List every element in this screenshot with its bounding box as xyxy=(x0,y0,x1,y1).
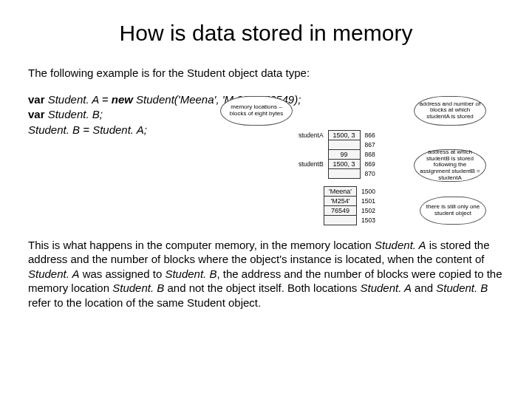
cell-address: 1503 xyxy=(356,215,380,225)
ref-studentb: Student. B xyxy=(112,282,164,294)
intro-text: The following example is for the Student… xyxy=(28,66,504,79)
cell-address: 1502 xyxy=(356,205,380,215)
bubble-one-object: there is still only one student object xyxy=(420,197,486,225)
bubble-memory-blocks: memory locations – blocks of eight bytes xyxy=(220,96,293,126)
cell-value xyxy=(328,140,360,149)
memory-diagram: memory locations – blocks of eight bytes… xyxy=(220,95,486,228)
cell-value: 76549 xyxy=(324,205,357,215)
memory-table-vars: studentA 1500, 3 866 867 99 868 studentB… xyxy=(294,130,380,179)
keyword-new: new xyxy=(112,93,133,106)
ref-studentb: Student. B xyxy=(165,267,216,280)
page-title: How is data stored in memory xyxy=(28,21,504,46)
ref-studenta: Student. A xyxy=(375,239,426,251)
cell-address: 1501 xyxy=(356,196,380,205)
ref-studentb: Student. B xyxy=(436,282,488,294)
cell-value xyxy=(328,168,360,178)
cell-address: 1500 xyxy=(356,186,380,196)
keyword-var: var xyxy=(28,93,45,106)
explanation-text: This is what happens in the computer mem… xyxy=(28,238,504,310)
cell-address: 869 xyxy=(360,159,380,168)
bubble-studenta-address: address and number of blocks at which st… xyxy=(414,96,486,126)
code-text: Student. B; xyxy=(45,108,103,120)
memory-table-object: 'Meena' 1500 'M254' 1501 76549 1502 1503 xyxy=(324,186,381,225)
cell-address: 867 xyxy=(360,140,380,149)
bubble-studentb-address: address at which studentB is stored foll… xyxy=(414,149,486,182)
cell-value: 1500, 3 xyxy=(328,130,360,140)
label-studentb: studentB xyxy=(294,159,328,168)
cell-value: 99 xyxy=(328,149,360,159)
label-studenta: studentA xyxy=(294,130,328,140)
keyword-var: var xyxy=(28,108,45,120)
cell-address: 870 xyxy=(360,168,380,178)
ref-studenta: Student. A xyxy=(360,282,412,294)
ref-studenta: Student. A xyxy=(28,267,80,280)
cell-address: 868 xyxy=(360,149,380,159)
cell-value: 'M254' xyxy=(324,196,357,205)
code-text: Student. A = xyxy=(45,93,112,106)
cell-value: 1500, 3 xyxy=(328,159,360,168)
cell-address: 866 xyxy=(360,130,380,140)
cell-value: 'Meena' xyxy=(324,186,357,196)
cell-value xyxy=(324,215,357,225)
